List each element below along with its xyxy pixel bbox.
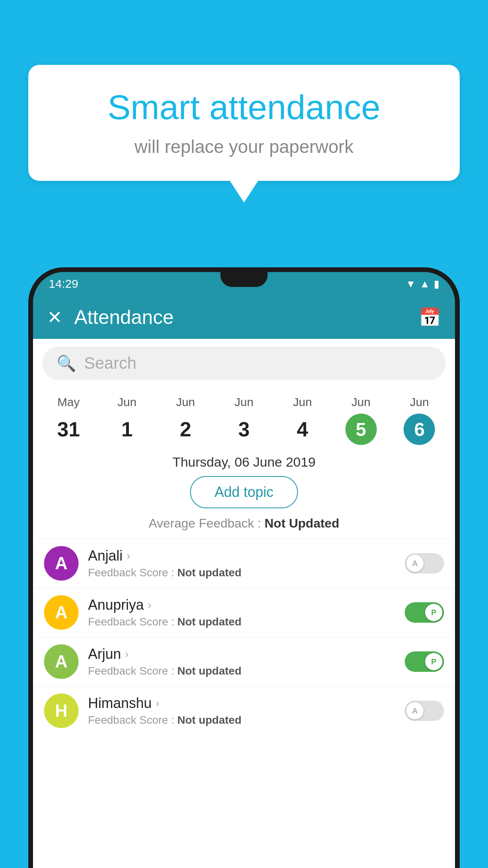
day-month: Jun <box>351 395 370 409</box>
chevron-icon: › <box>148 599 151 611</box>
calendar-day-1[interactable]: Jun1 <box>111 395 143 445</box>
app-bar: ✕ Attendance 📅 <box>33 296 455 339</box>
calendar-day-5[interactable]: Jun5 <box>345 395 377 445</box>
avg-feedback-value: Not Updated <box>264 516 339 530</box>
screen-content: 🔍 Search May31Jun1Jun2Jun3Jun4Jun5Jun6 T… <box>33 339 455 868</box>
app-bar-left: ✕ Attendance <box>47 306 174 329</box>
day-number[interactable]: 3 <box>228 414 260 445</box>
battery-icon: ▮ <box>434 278 439 290</box>
search-icon: 🔍 <box>57 354 76 373</box>
student-name[interactable]: Himanshu › <box>88 695 395 712</box>
toggle-knob: A <box>406 555 424 572</box>
student-avatar: A <box>44 595 79 630</box>
student-avatar: A <box>44 644 79 679</box>
student-feedback: Feedback Score : Not updated <box>88 566 395 579</box>
student-item-0: AAnjali ›Feedback Score : Not updated A <box>33 539 455 588</box>
close-icon[interactable]: ✕ <box>47 307 62 328</box>
avg-feedback-label: Average Feedback : <box>149 516 261 530</box>
search-bar[interactable]: 🔍 Search <box>42 347 446 380</box>
attendance-toggle[interactable]: P <box>405 602 444 623</box>
toggle-on[interactable]: P <box>405 602 444 623</box>
add-topic-button[interactable]: Add topic <box>190 476 298 508</box>
student-list: AAnjali ›Feedback Score : Not updated A … <box>33 539 455 735</box>
bubble-title: Smart attendance <box>60 88 428 127</box>
day-month: Jun <box>293 395 312 409</box>
chevron-icon: › <box>125 648 128 660</box>
student-item-1: AAnupriya ›Feedback Score : Not updated … <box>33 588 455 637</box>
search-placeholder: Search <box>84 354 136 373</box>
student-avatar: H <box>44 693 79 728</box>
student-name[interactable]: Anjali › <box>88 548 395 564</box>
chevron-icon: › <box>156 697 159 710</box>
day-number[interactable]: 31 <box>53 414 84 445</box>
speech-bubble-tail <box>230 181 258 202</box>
day-month: Jun <box>410 395 429 409</box>
calendar-icon[interactable]: 📅 <box>418 307 441 328</box>
calendar-day-4[interactable]: Jun4 <box>287 395 318 445</box>
student-item-3: HHimanshu ›Feedback Score : Not updated … <box>33 686 455 735</box>
signal-icon: ▲ <box>420 278 430 290</box>
speech-bubble: Smart attendance will replace your paper… <box>28 65 460 181</box>
student-avatar: A <box>44 546 79 581</box>
day-month: Jun <box>176 395 195 409</box>
day-number[interactable]: 2 <box>170 414 201 445</box>
wifi-icon: ▼ <box>406 278 416 290</box>
attendance-toggle[interactable]: P <box>405 651 444 672</box>
calendar-day-6[interactable]: Jun6 <box>404 395 435 445</box>
student-name[interactable]: Anupriya › <box>88 597 395 613</box>
selected-date-label: Thursday, 06 June 2019 <box>33 454 455 470</box>
student-feedback: Feedback Score : Not updated <box>88 665 395 677</box>
day-number[interactable]: 1 <box>111 414 143 445</box>
toggle-off[interactable]: A <box>405 553 444 574</box>
student-item-2: AArjun ›Feedback Score : Not updated P <box>33 637 455 686</box>
student-feedback: Feedback Score : Not updated <box>88 616 395 628</box>
toggle-knob: A <box>406 702 424 719</box>
calendar-day-0[interactable]: May31 <box>53 395 84 445</box>
status-icons: ▼ ▲ ▮ <box>406 278 439 290</box>
student-name[interactable]: Arjun › <box>88 646 395 662</box>
student-info: Himanshu ›Feedback Score : Not updated <box>88 695 395 726</box>
student-info: Anupriya ›Feedback Score : Not updated <box>88 597 395 628</box>
status-bar: 14:29 ▼ ▲ ▮ <box>33 272 455 296</box>
attendance-toggle[interactable]: A <box>405 701 444 721</box>
phone-inner: 14:29 ▼ ▲ ▮ ✕ Attendance 📅 🔍 Search <box>33 272 455 868</box>
day-month: Jun <box>235 395 253 409</box>
speech-bubble-container: Smart attendance will replace your paper… <box>28 65 460 202</box>
day-number[interactable]: 5 <box>345 414 377 445</box>
toggle-knob: P <box>425 653 442 670</box>
day-number[interactable]: 4 <box>287 414 318 445</box>
calendar-day-3[interactable]: Jun3 <box>228 395 260 445</box>
day-month: Jun <box>117 395 136 409</box>
average-feedback: Average Feedback : Not Updated <box>33 516 455 531</box>
app-bar-title: Attendance <box>74 306 174 329</box>
bubble-subtitle: will replace your paperwork <box>60 136 428 157</box>
calendar-row: May31Jun1Jun2Jun3Jun4Jun5Jun6 <box>33 388 455 445</box>
student-feedback: Feedback Score : Not updated <box>88 714 395 726</box>
student-info: Arjun ›Feedback Score : Not updated <box>88 646 395 677</box>
calendar-day-2[interactable]: Jun2 <box>170 395 201 445</box>
day-month: May <box>57 395 80 409</box>
student-info: Anjali ›Feedback Score : Not updated <box>88 548 395 579</box>
chevron-icon: › <box>127 550 130 562</box>
toggle-off[interactable]: A <box>405 701 444 721</box>
toggle-on[interactable]: P <box>405 651 444 672</box>
status-time: 14:29 <box>49 277 78 291</box>
toggle-knob: P <box>425 604 442 621</box>
day-number[interactable]: 6 <box>404 414 435 445</box>
notch <box>220 272 268 287</box>
phone-frame: 14:29 ▼ ▲ ▮ ✕ Attendance 📅 🔍 Search <box>28 267 460 868</box>
attendance-toggle[interactable]: A <box>405 553 444 574</box>
